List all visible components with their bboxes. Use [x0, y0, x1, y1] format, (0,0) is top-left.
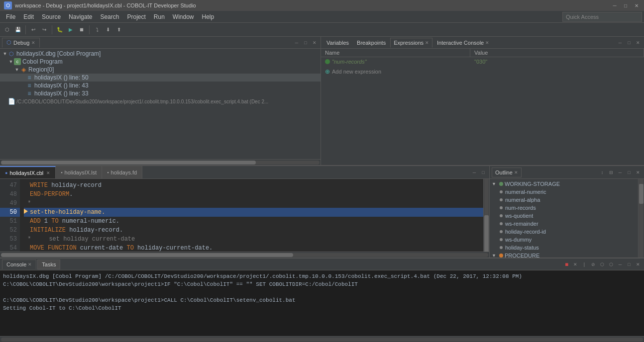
outline-item-num-records[interactable]: num-records — [490, 204, 644, 212]
outline-item-numeral-alpha[interactable]: numeral-alpha — [490, 196, 644, 204]
item-label-numeral-numeric: numeral-numeric — [505, 189, 546, 195]
debug-tab[interactable]: ⬡ Debug ✕ — [2, 38, 40, 48]
code-line-53: * set holiday current-date — [24, 235, 483, 244]
toolbar-btn-step-over[interactable]: ⤵ — [92, 25, 102, 35]
debug-tree-item-3[interactable]: ≡ holidaysIX () line: 50 — [0, 74, 321, 82]
debug-close-btn[interactable]: ✕ — [311, 39, 319, 47]
menu-help[interactable]: Help — [198, 12, 218, 21]
console-clear-btn[interactable]: ⊘ — [589, 260, 597, 268]
outline-sort-btn[interactable]: ↕ — [598, 169, 606, 176]
toolbar-btn-1[interactable]: ⬡ — [2, 25, 12, 35]
tab-tasks[interactable]: Tasks — [37, 259, 60, 269]
console-minimize-btn[interactable]: ─ — [616, 260, 624, 268]
debug-tab-close[interactable]: ✕ — [31, 40, 35, 45]
console-h-scrollbar[interactable] — [0, 336, 644, 342]
toolbar-btn-3[interactable]: ↩ — [28, 25, 38, 35]
editor-maximize-btn[interactable]: □ — [479, 169, 487, 176]
ws-label: WORKING-STORAGE — [505, 181, 560, 187]
frame-icon-5: ≡ — [26, 90, 33, 97]
outline-minimize-btn[interactable]: ─ — [616, 169, 624, 176]
tab-console[interactable]: Console ✕ — [2, 259, 36, 269]
debug-h-scrollbar[interactable] — [0, 159, 321, 165]
outline-item-numeral-numeric[interactable]: numeral-numeric — [490, 188, 644, 196]
add-expression-btn[interactable]: ⊕ Add new expression — [321, 67, 644, 77]
outline-close-btn[interactable]: ✕ — [634, 169, 642, 176]
editor-tab-fd[interactable]: ▪ holidays.fd — [102, 166, 142, 178]
tree-expand-1[interactable]: ▼ — [8, 59, 14, 65]
debug-scroll-thumb[interactable] — [1, 161, 256, 165]
close-button[interactable]: ✕ — [633, 2, 640, 9]
toolbar-btn-run[interactable]: ▶ — [66, 25, 76, 35]
expressions-tab-close[interactable]: ✕ — [425, 40, 429, 45]
menu-project[interactable]: Project — [123, 12, 149, 21]
outline-scroll-thumb[interactable] — [639, 184, 644, 204]
debug-tree-item-4[interactable]: ≡ holidaysIX () line: 43 — [0, 82, 321, 89]
console-stop-btn[interactable]: ⏹ — [562, 260, 570, 268]
outline-maximize-btn[interactable]: □ — [625, 169, 633, 176]
menu-source[interactable]: Source — [38, 12, 65, 21]
tree-expand-0[interactable]: ▼ — [2, 51, 8, 57]
minimize-button[interactable]: ─ — [611, 2, 618, 9]
outline-item-ws-quotient[interactable]: ws-quotient — [490, 212, 644, 220]
interactive-console-tab-close[interactable]: ✕ — [485, 40, 489, 45]
outline-working-storage[interactable]: ▼ WORKING-STORAGE — [490, 180, 644, 188]
editor-tab-cobol[interactable]: ● holidaysIX.cbl ✕ — [0, 166, 56, 178]
console-close-btn[interactable]: ✕ — [634, 260, 642, 268]
toolbar-btn-2[interactable]: 💾 — [13, 25, 23, 35]
editor-tab-lst[interactable]: ▪ holidaysIX.lst — [56, 166, 102, 178]
outline-collapse-btn[interactable]: ⊟ — [607, 169, 615, 176]
console-btn-5[interactable]: ⬡ — [598, 260, 606, 268]
editor-h-scroll-thumb[interactable] — [1, 253, 293, 257]
debug-tree-item-5[interactable]: ≡ holidaysIX () line: 33 — [0, 89, 321, 97]
maximize-button[interactable]: □ — [622, 2, 629, 9]
debug-tree-item-0[interactable]: ▼ ⬡ holidaysIX.dbg [Cobol Program] — [0, 50, 321, 58]
console-maximize-btn[interactable]: □ — [625, 260, 633, 268]
vars-close-btn[interactable]: ✕ — [634, 39, 642, 47]
console-btn-6[interactable]: ⬡ — [607, 260, 615, 268]
toolbar-btn-4[interactable]: ↪ — [39, 25, 49, 35]
console-btn-2[interactable]: ✕ — [571, 260, 579, 268]
toolbar-btn-step-return[interactable]: ⬆ — [114, 25, 124, 35]
outline-item-ws-dummy[interactable]: ws-dummy — [490, 236, 644, 244]
v-scroll-thumb[interactable] — [484, 215, 489, 252]
tab-breakpoints[interactable]: Breakpoints — [353, 38, 389, 48]
outline-procedure[interactable]: ▼ PROCEDURE — [490, 252, 644, 257]
tab-outline[interactable]: Outline ✕ — [492, 168, 522, 177]
tab-expressions[interactable]: Expressions ✕ — [390, 38, 432, 48]
outline-tab-close[interactable]: ✕ — [514, 170, 518, 175]
menu-navigate[interactable]: Navigate — [65, 12, 96, 21]
editor-h-scrollbar[interactable] — [0, 252, 489, 257]
editor-tab-close-1[interactable]: ✕ — [46, 171, 50, 175]
debug-maximize-btn[interactable]: □ — [302, 39, 310, 47]
toolbar-btn-step-into[interactable]: ⬇ — [103, 25, 113, 35]
menu-run[interactable]: Run — [150, 12, 169, 21]
item-dot-6 — [500, 230, 503, 233]
tree-expand-2[interactable]: ▼ — [14, 67, 20, 73]
console-btn-3[interactable]: | — [580, 260, 588, 268]
quick-access-input[interactable]: Quick Access — [562, 12, 642, 22]
editor-minimize-btn[interactable]: ─ — [470, 169, 478, 176]
toolbar-btn-5[interactable]: ⏹ — [77, 25, 87, 35]
outline-item-holiday-record-id[interactable]: holiday-record-id — [490, 228, 644, 236]
tab-variables[interactable]: Variables — [323, 38, 352, 48]
tasks-tab-label: Tasks — [42, 261, 56, 267]
outline-v-scrollbar[interactable] — [638, 179, 644, 257]
editor-v-scrollbar[interactable] — [483, 179, 489, 252]
console-tab-close[interactable]: ✕ — [28, 262, 32, 267]
tab-interactive-console[interactable]: Interactive Console ✕ — [433, 38, 493, 48]
outline-item-holiday-status[interactable]: holiday-status — [490, 244, 644, 252]
outline-item-ws-remainder[interactable]: ws-remainder — [490, 220, 644, 228]
debug-tree-item-1[interactable]: ▼ c Cobol Program — [0, 58, 321, 66]
menu-file[interactable]: File — [2, 12, 19, 21]
code-area[interactable]: WRITE holiday-record END-PERFORM. * set-… — [20, 179, 483, 252]
console-line-3: C:\COBOL\COBOLIT\DevStudio200\workspace\… — [3, 296, 641, 304]
menu-edit[interactable]: Edit — [19, 12, 38, 21]
vars-minimize-btn[interactable]: ─ — [616, 39, 624, 47]
menu-search[interactable]: Search — [96, 12, 123, 21]
debug-tree-item-6[interactable]: 📄 /C:/COBOL/COBOLIT/DevStudio200/workspa… — [0, 97, 321, 105]
menu-window[interactable]: Window — [169, 12, 198, 21]
debug-minimize-btn[interactable]: ─ — [293, 39, 301, 47]
vars-maximize-btn[interactable]: □ — [625, 39, 633, 47]
toolbar-btn-debug[interactable]: 🐛 — [55, 25, 65, 35]
debug-tree-item-2[interactable]: ▼ ◈ Region[0] — [0, 66, 321, 74]
